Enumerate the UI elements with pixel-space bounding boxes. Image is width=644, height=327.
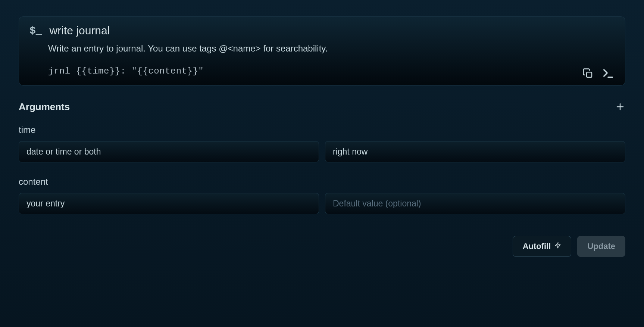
command-card: $_ write journal Write an entry to journ…: [19, 16, 625, 85]
svg-marker-4: [556, 243, 561, 248]
run-icon[interactable]: [602, 67, 615, 80]
svg-rect-0: [587, 72, 592, 77]
arguments-section: Arguments time content: [19, 101, 625, 214]
argument-label: content: [19, 177, 625, 187]
argument-value-input[interactable]: [19, 141, 319, 162]
copy-icon[interactable]: [582, 68, 594, 79]
add-argument-icon[interactable]: [615, 102, 625, 112]
update-button[interactable]: Update: [577, 236, 625, 257]
footer-actions: Autofill Update: [19, 236, 625, 257]
autofill-button[interactable]: Autofill: [513, 236, 572, 257]
autofill-label: Autofill: [523, 242, 551, 251]
lightning-icon: [554, 242, 561, 250]
argument-group-content: content: [19, 177, 625, 214]
arguments-heading: Arguments: [19, 101, 70, 113]
command-template-text: jrnl {{time}}: "{{content}}": [48, 66, 204, 76]
terminal-icon: $_: [29, 25, 42, 37]
command-header: $_ write journal: [19, 17, 625, 42]
update-label: Update: [587, 242, 615, 251]
arguments-header: Arguments: [19, 101, 625, 113]
command-description: Write an entry to journal. You can use t…: [19, 42, 625, 62]
command-template: jrnl {{time}}: "{{content}}": [19, 62, 625, 85]
argument-value-input[interactable]: [19, 193, 319, 214]
argument-inputs: [19, 193, 625, 214]
argument-default-input[interactable]: [325, 141, 625, 162]
command-actions: [582, 67, 615, 80]
argument-default-input[interactable]: [325, 193, 625, 214]
argument-label: time: [19, 125, 625, 135]
command-title: write journal: [50, 24, 110, 37]
argument-group-time: time: [19, 125, 625, 162]
argument-inputs: [19, 141, 625, 162]
